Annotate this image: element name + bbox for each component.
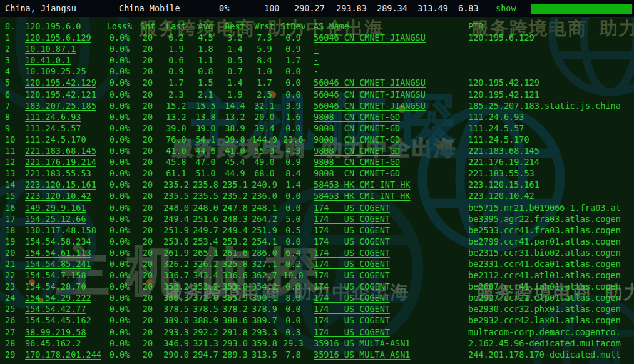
stdev-cell: 23.6 [279, 134, 307, 145]
asname-link[interactable]: 174 US COGENT [307, 292, 468, 303]
show-link[interactable]: show [496, 3, 516, 13]
host-ip-link[interactable]: 154.54.29.222 [25, 292, 105, 303]
snt-cell: 20 [134, 270, 161, 281]
host-ip-link[interactable]: 154.54.42.77 [25, 303, 105, 315]
hop-number: 21 [0, 258, 25, 270]
asname-link[interactable]: 174 US COGENT [307, 270, 468, 281]
asname-link[interactable]: 174 US COGENT [307, 202, 468, 213]
hop-number: 3 [0, 54, 25, 66]
hop-row: 25154.54.42.770.0%20378.5378.5378.2378.9… [0, 303, 634, 315]
host-ip-link[interactable]: 223.120.15.161 [25, 179, 105, 190]
host-ip-link[interactable]: 120.195.6.129 [25, 32, 105, 43]
host-ip-link[interactable]: 149.29.9.161 [25, 202, 105, 213]
last-cell: 353.2 [161, 281, 191, 292]
asname-link[interactable]: 56046 CN CMNET-JIANGSU [307, 89, 468, 100]
asname-link[interactable]: 9808 CN CMNET-GD [307, 123, 468, 134]
host-ip-link[interactable]: 221.183.68.145 [25, 145, 105, 156]
host-ip-link[interactable]: 221.183.55.53 [25, 168, 105, 179]
host-ip-link[interactable]: 154.54.58.234 [25, 236, 105, 247]
host-ip-link[interactable]: 154.54.45.162 [25, 315, 105, 326]
asname-link[interactable]: 9808 CN CMNET-GD [307, 156, 468, 168]
hop-row: 1120.195.6.1290.0%206.24.53.27.30.956046… [0, 32, 634, 43]
last-cell-header: Last [161, 21, 191, 32]
avg-cell: 294.7 [191, 349, 220, 360]
wrst-cell: 1.0 [250, 66, 279, 77]
avg-cell: 1.8 [191, 43, 220, 54]
wrst-cell: 327.1 [250, 258, 279, 270]
asname-link[interactable]: - [307, 66, 468, 77]
host-ip-link[interactable]: 38.99.219.58 [25, 326, 105, 338]
loss-cell: 0.0% [105, 77, 134, 88]
asname-link[interactable]: 174 US COGENT [307, 303, 468, 315]
host-ip-link[interactable]: 10.109.25.25 [25, 66, 105, 77]
asname-link[interactable]: 174 US COGENT [307, 247, 468, 258]
loss-cell: 0.0% [105, 66, 134, 77]
loss-cell: 0.0% [105, 168, 134, 179]
host-ip-link[interactable]: 10.10.87.1 [25, 43, 105, 54]
host-ip-link[interactable]: 10.41.0.1 [25, 54, 105, 66]
host-ip-link[interactable]: 170.178.201.244 [25, 349, 105, 360]
asname-link[interactable]: 9808 CN CMNET-GD [307, 111, 468, 123]
snt-cell: 20 [134, 179, 161, 190]
asname-link[interactable]: 35916 US MULTA-ASN1 [307, 338, 468, 349]
asname-link[interactable]: 58453 HK CMI-INT-HK [307, 179, 468, 190]
hop-number: 16 [0, 202, 25, 213]
summary-bar: China, Jiangsu China Mobile 0% 100 290.2… [0, 0, 634, 17]
asname-link[interactable]: - [307, 43, 468, 54]
host-ip-link-header[interactable]: 120.195.6.0 [25, 21, 105, 32]
ptr-cell: be3395.agr22.fra03.atlas.cogen [468, 213, 634, 225]
hop-number: 1 [0, 32, 25, 43]
wrst-cell: 2.5 [250, 89, 279, 100]
ptr-cell: 2.162.45.96-dedicated.multacom [468, 338, 634, 349]
asname-link[interactable]: 56046 CN CMNET-JIANGSU [307, 77, 468, 88]
asname-link[interactable]: 174 US COGENT [307, 213, 468, 225]
best-cell: 248.3 [220, 213, 250, 225]
hop-row: 21154.54.85.2410.0%20326.2326.2325.8327.… [0, 258, 634, 270]
loss-cell: 0.0% [105, 202, 134, 213]
host-ip-link[interactable]: 111.24.5.170 [25, 134, 105, 145]
summary-stdev: 6.83 [458, 3, 479, 13]
host-ip-link[interactable]: 221.176.19.214 [25, 156, 105, 168]
table-header-row: 0.120.195.6.0Loss%SntLastAvgBestWrstStDe… [0, 21, 634, 32]
asname-link[interactable]: 35916 US MULTA-ASN1 [307, 349, 468, 360]
last-cell: 39.0 [161, 123, 191, 134]
avg-cell: 2.1 [191, 89, 220, 100]
loss-cell: 0.0% [105, 111, 134, 123]
asname-link[interactable]: 56046 CN CMNET-JIANGSU [307, 100, 468, 111]
asname-link[interactable]: 174 US COGENT [307, 236, 468, 247]
asname-link[interactable]: 9808 CN CMNET-GD [307, 134, 468, 145]
asname-link[interactable]: 174 US COGENT [307, 258, 468, 270]
asname-link[interactable]: 58453 HK CMI-INT-HK [307, 190, 468, 201]
asname-link-header: AS Name [307, 21, 468, 32]
hop-row: 18130.117.48.1580.0%20251.9249.7249.4251… [0, 225, 634, 236]
last-cell: 336.7 [161, 270, 191, 281]
stdev-cell: 0.0 [279, 315, 307, 326]
host-ip-link[interactable]: 183.207.25.185 [25, 100, 105, 111]
ptr-cell: 120.195.42.129 [468, 77, 634, 88]
hop-row: 12221.176.19.2140.0%2045.847.045.449.00.… [0, 156, 634, 168]
asname-link[interactable]: - [307, 54, 468, 66]
snt-cell: 20 [134, 213, 161, 225]
asname-link[interactable]: 9808 CN CMNET-GD [307, 145, 468, 156]
asname-link[interactable]: 174 US COGENT [307, 326, 468, 338]
host-ip-link[interactable]: 96.45.162.2 [25, 338, 105, 349]
asname-link[interactable]: 174 US COGENT [307, 281, 468, 292]
host-ip-link[interactable]: 130.117.48.158 [25, 225, 105, 236]
host-ip-link[interactable]: 154.54.7.158 [25, 270, 105, 281]
host-ip-link[interactable]: 154.54.28.70 [25, 281, 105, 292]
best-cell: 253.2 [220, 236, 250, 247]
hop-number: 7 [0, 100, 25, 111]
host-ip-link[interactable]: 120.195.42.129 [25, 77, 105, 88]
host-ip-link[interactable]: 223.120.10.42 [25, 190, 105, 201]
host-ip-link[interactable]: 120.195.42.121 [25, 89, 105, 100]
host-ip-link[interactable]: 111.24.5.57 [25, 123, 105, 134]
host-ip-link[interactable]: 154.54.61.113 [25, 247, 105, 258]
avg-cell: 265.1 [191, 247, 220, 258]
host-ip-link[interactable]: 154.54.85.241 [25, 258, 105, 270]
asname-link[interactable]: 174 US COGENT [307, 225, 468, 236]
asname-link[interactable]: 56046 CN CMNET-JIANGSU [307, 32, 468, 43]
host-ip-link[interactable]: 154.25.12.66 [25, 213, 105, 225]
asname-link[interactable]: 174 US COGENT [307, 315, 468, 326]
asname-link[interactable]: 9808 CN CMNET-GD [307, 168, 468, 179]
host-ip-link[interactable]: 111.24.6.93 [25, 111, 105, 123]
